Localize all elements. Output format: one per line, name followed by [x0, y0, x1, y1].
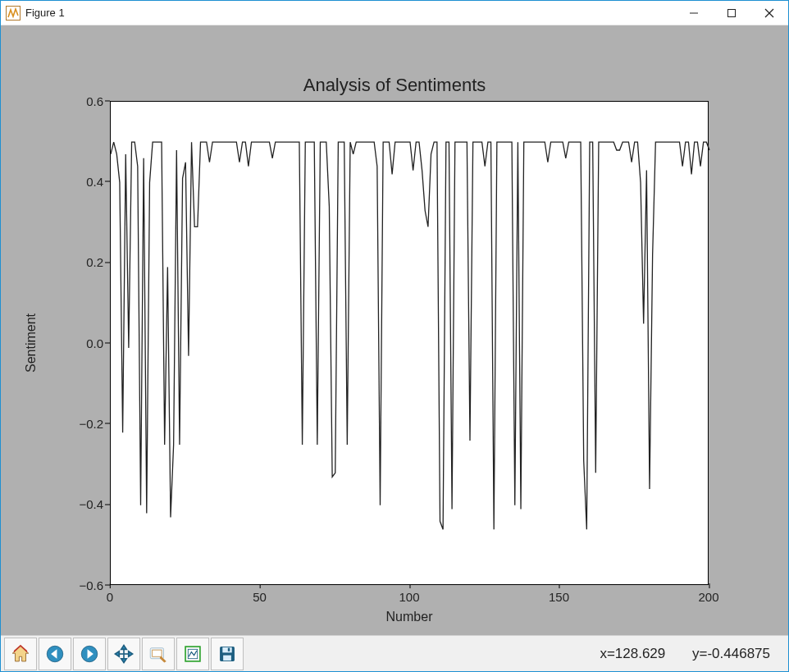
y-tick: −0.2 — [54, 416, 103, 430]
x-tick: 200 — [698, 590, 718, 604]
x-tick: 0 — [107, 590, 113, 604]
app-window: Figure 1 Analysis of Sentiments Sentimen… — [0, 0, 789, 672]
y-tick: 0.2 — [54, 255, 103, 269]
x-axis-label: Number — [110, 610, 709, 624]
y-tick: 0.4 — [54, 174, 103, 188]
maximize-button[interactable] — [713, 1, 750, 25]
y-axis-label: Sentiment — [23, 101, 39, 585]
y-tick: −0.6 — [54, 578, 103, 592]
cursor-y: y=-0.446875 — [692, 646, 770, 661]
configure-icon — [182, 643, 203, 665]
chart-title: Analysis of Sentiments — [13, 75, 776, 96]
zoom-button[interactable] — [142, 638, 175, 670]
pan-icon — [113, 643, 135, 665]
y-tick: 0.6 — [54, 94, 103, 107]
back-button[interactable] — [39, 638, 71, 670]
svg-rect-17 — [153, 650, 162, 656]
back-icon — [44, 643, 66, 665]
svg-marker-4 — [12, 646, 29, 661]
save-button[interactable] — [211, 638, 244, 670]
x-tick: 100 — [399, 590, 419, 604]
y-tick: 0.0 — [54, 336, 103, 350]
app-icon — [6, 6, 21, 21]
minimize-icon — [689, 8, 699, 18]
save-icon — [217, 643, 238, 665]
cursor-coordinates: x=128.629 y=-0.446875 — [600, 646, 785, 662]
configure-subplots-button[interactable] — [176, 638, 209, 670]
close-button[interactable] — [750, 1, 788, 25]
svg-rect-22 — [222, 647, 231, 652]
svg-rect-1 — [728, 9, 736, 16]
cursor-x: x=128.629 — [600, 646, 665, 661]
minimize-button[interactable] — [675, 1, 713, 25]
zoom-icon — [148, 643, 169, 665]
figure-canvas[interactable]: Analysis of Sentiments Sentiment Number … — [1, 25, 788, 635]
svg-rect-24 — [228, 647, 230, 651]
nav-toolbar: x=128.629 y=-0.446875 — [1, 635, 788, 671]
data-line — [111, 102, 708, 584]
forward-button[interactable] — [73, 638, 106, 670]
pan-button[interactable] — [107, 638, 140, 670]
plot-area[interactable] — [110, 101, 709, 585]
close-icon — [764, 8, 774, 18]
svg-rect-23 — [223, 655, 231, 661]
window-title: Figure 1 — [25, 7, 65, 19]
x-tick: 150 — [549, 590, 569, 604]
y-tick: −0.4 — [54, 497, 103, 511]
home-icon — [10, 643, 31, 665]
maximize-icon — [727, 8, 737, 18]
forward-icon — [79, 643, 100, 665]
x-tick: 50 — [253, 590, 267, 604]
titlebar[interactable]: Figure 1 — [1, 1, 788, 25]
home-button[interactable] — [4, 638, 37, 670]
figure: Analysis of Sentiments Sentiment Number … — [13, 35, 776, 626]
